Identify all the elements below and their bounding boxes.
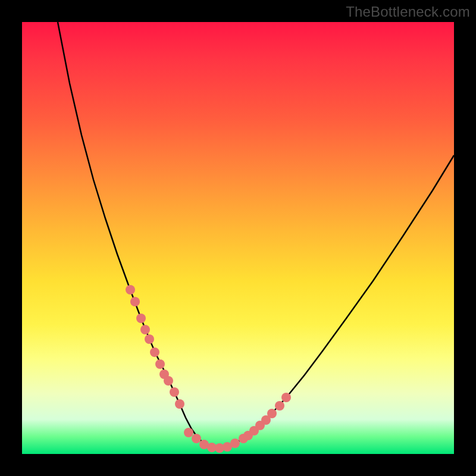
highlight-dot	[130, 297, 140, 306]
highlight-dot	[170, 387, 179, 397]
highlight-dot	[126, 285, 135, 295]
highlight-dot	[184, 428, 193, 437]
highlight-dot	[145, 334, 154, 344]
highlight-dot	[140, 325, 150, 334]
chart-container: TheBottleneck.com	[0, 0, 476, 476]
highlight-points-left	[126, 285, 184, 409]
highlight-dot	[175, 399, 184, 409]
watermark-label: TheBottleneck.com	[346, 4, 470, 20]
highlight-dot	[275, 401, 284, 411]
highlight-dot	[136, 314, 146, 323]
highlight-points-bottom	[184, 428, 232, 453]
highlight-dot	[150, 347, 159, 357]
plot-area	[22, 22, 454, 454]
highlight-dot	[267, 409, 277, 418]
highlight-dot	[192, 434, 201, 443]
highlight-dot	[164, 376, 173, 386]
curve-svg	[22, 22, 454, 454]
highlight-dot	[155, 359, 165, 369]
highlight-points-right	[230, 393, 291, 448]
highlight-dot	[281, 393, 291, 402]
highlight-dot	[230, 439, 240, 448]
main-curve	[58, 22, 454, 448]
